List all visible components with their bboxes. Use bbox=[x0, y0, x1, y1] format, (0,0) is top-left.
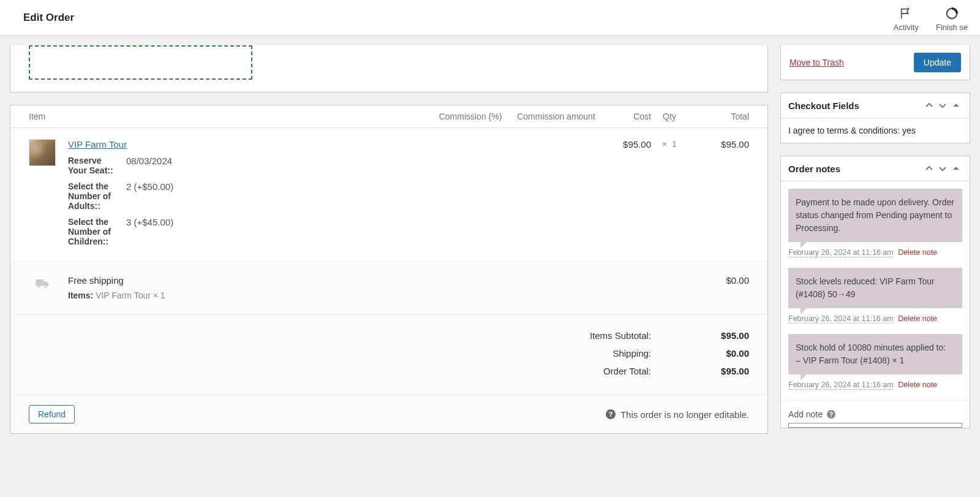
shipping-items-value: VIP Farm Tour × 1 bbox=[96, 290, 165, 300]
meta-value: 08/03/2024 bbox=[126, 156, 172, 166]
file-dropzone[interactable] bbox=[29, 45, 252, 80]
truck-icon bbox=[29, 275, 56, 292]
order-total-row: Order Total: $95.00 bbox=[29, 362, 749, 380]
move-down-button[interactable] bbox=[937, 99, 949, 112]
shipping-items-label: Items: bbox=[68, 290, 93, 300]
order-total-value: $95.00 bbox=[700, 366, 749, 376]
note-date: February 26, 2024 at 11:16 am bbox=[788, 381, 894, 390]
header-qty: Qty bbox=[651, 112, 688, 121]
update-button[interactable]: Update bbox=[914, 53, 961, 72]
header-cost: Cost bbox=[602, 112, 651, 121]
note-meta: February 26, 2024 at 11:16 am Delete not… bbox=[781, 245, 970, 268]
order-note: Stock hold of 10080 minutes applied to: … bbox=[788, 334, 962, 374]
subtotal-row: Items Subtotal: $95.00 bbox=[29, 327, 749, 344]
product-link[interactable]: VIP Farm Tour bbox=[68, 139, 127, 150]
items-actions: Refund ? This order is no longer editabl… bbox=[10, 395, 767, 433]
page-title: Edit Order bbox=[23, 12, 74, 24]
collapse-button[interactable] bbox=[950, 99, 962, 112]
note-meta: February 26, 2024 at 11:16 am Delete not… bbox=[781, 311, 970, 334]
refund-button[interactable]: Refund bbox=[29, 405, 75, 423]
shipping-method-name: Free shipping bbox=[68, 275, 688, 286]
item-details: VIP Farm Tour Reserve Your Seat:: 08/03/… bbox=[68, 139, 431, 246]
add-note-input[interactable] bbox=[788, 423, 962, 428]
not-editable-notice: ? This order is no longer editable. bbox=[606, 409, 749, 420]
order-note: Payment to be made upon delivery. Order … bbox=[788, 189, 962, 242]
shipping-total-row: Shipping: $0.00 bbox=[29, 344, 749, 362]
item-total: $95.00 bbox=[688, 139, 749, 246]
product-thumbnail[interactable] bbox=[29, 139, 56, 166]
item-cost: $95.00 bbox=[602, 139, 651, 246]
item-qty: × 1 bbox=[651, 139, 688, 246]
delete-note-link[interactable]: Delete note bbox=[898, 381, 937, 389]
order-items-panel: Item Commission (%) Commission amount Co… bbox=[10, 105, 768, 434]
svg-point-3 bbox=[45, 286, 47, 288]
checkout-fields-body: I agree to terms & conditions: yes bbox=[781, 118, 970, 143]
order-notes-title: Order notes bbox=[788, 164, 840, 174]
meta-label: Select the Number of Adults:: bbox=[68, 181, 120, 211]
note-date: February 26, 2024 at 11:16 am bbox=[788, 314, 894, 324]
move-to-trash-link[interactable]: Move to Trash bbox=[790, 58, 844, 67]
order-note: Stock levels reduced: VIP Farm Tour (#14… bbox=[788, 268, 962, 308]
note-date: February 26, 2024 at 11:16 am bbox=[788, 248, 894, 257]
checkout-fields-title: Checkout Fields bbox=[788, 101, 859, 111]
header-commission-pct: Commission (%) bbox=[431, 112, 510, 121]
line-item-row: VIP Farm Tour Reserve Your Seat:: 08/03/… bbox=[10, 128, 767, 262]
header-commission-amt: Commission amount bbox=[510, 112, 602, 121]
items-table-header: Item Commission (%) Commission amount Co… bbox=[10, 105, 767, 128]
delete-note-link[interactable]: Delete note bbox=[898, 314, 937, 323]
note-meta: February 26, 2024 at 11:16 am Delete not… bbox=[781, 377, 970, 400]
order-total-label: Order Total: bbox=[603, 366, 651, 376]
move-down-button[interactable] bbox=[937, 162, 949, 175]
header-item: Item bbox=[29, 112, 431, 121]
shipping-label: Shipping: bbox=[612, 348, 651, 359]
flag-icon bbox=[899, 7, 913, 20]
shipping-total: $0.00 bbox=[688, 275, 749, 286]
subtotal-label: Items Subtotal: bbox=[590, 330, 651, 341]
meta-value: 2 (+$50.00) bbox=[126, 181, 173, 192]
collapse-button[interactable] bbox=[950, 162, 962, 175]
activity-label: Activity bbox=[894, 23, 919, 32]
meta-value: 3 (+$45.00) bbox=[126, 217, 173, 227]
svg-point-0 bbox=[907, 8, 910, 10]
meta-label: Reserve Your Seat:: bbox=[68, 156, 120, 175]
subtotal-value: $95.00 bbox=[700, 330, 749, 341]
shipping-value: $0.00 bbox=[700, 348, 749, 359]
checkout-fields-panel: Checkout Fields I agree to terms & condi… bbox=[780, 93, 970, 143]
topbar: Edit Order Activity Finish se bbox=[0, 0, 980, 36]
add-note-label: Add note ? bbox=[781, 407, 970, 419]
progress-icon bbox=[945, 7, 959, 20]
activity-button[interactable]: Activity bbox=[894, 7, 919, 32]
svg-text:?: ? bbox=[609, 411, 613, 418]
header-total: Total bbox=[688, 112, 749, 121]
finish-setup-button[interactable]: Finish se bbox=[936, 7, 968, 32]
finish-label: Finish se bbox=[936, 23, 968, 32]
svg-text:?: ? bbox=[829, 411, 833, 418]
meta-label: Select the Number of Children:: bbox=[68, 217, 120, 246]
move-up-button[interactable] bbox=[923, 99, 935, 112]
order-notes-panel: Order notes Payment to be made upon deli… bbox=[780, 156, 970, 428]
dropzone-card bbox=[10, 45, 768, 93]
delete-note-link[interactable]: Delete note bbox=[898, 248, 937, 257]
move-up-button[interactable] bbox=[923, 162, 935, 175]
svg-point-2 bbox=[37, 286, 39, 288]
topbar-actions: Activity Finish se bbox=[894, 3, 968, 32]
totals-section: Items Subtotal: $95.00 Shipping: $0.00 O… bbox=[10, 314, 767, 395]
shipping-row: Free shipping Items: VIP Farm Tour × 1 $… bbox=[10, 262, 767, 314]
publish-actions: Move to Trash Update bbox=[780, 45, 970, 80]
help-icon[interactable]: ? bbox=[826, 409, 836, 419]
help-icon[interactable]: ? bbox=[606, 409, 616, 419]
